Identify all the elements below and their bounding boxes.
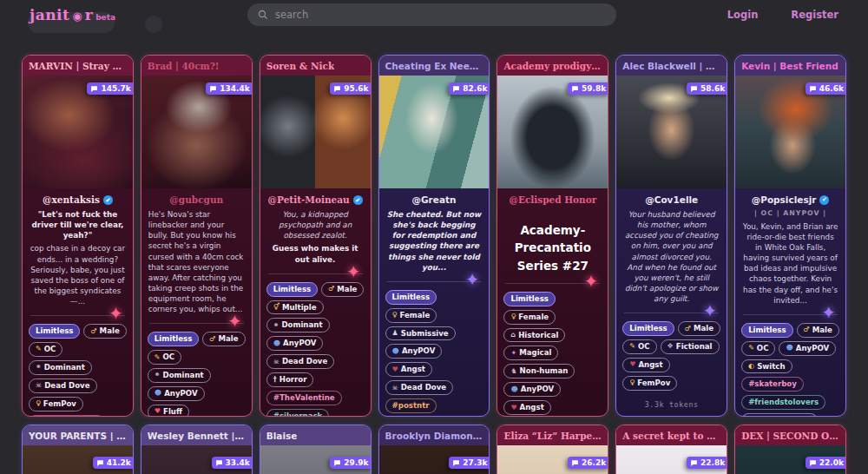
character-card[interactable]: Soren & Nick95.6k@Petit-Moineau✔You, a k… — [260, 55, 372, 417]
tag-pill-limitless[interactable]: Limitless — [741, 323, 792, 338]
character-image[interactable]: 145.7k — [23, 76, 133, 188]
character-image[interactable]: 27.3k — [379, 445, 490, 474]
tag-pill-limitless[interactable]: Limitless — [266, 282, 318, 297]
character-card[interactable]: Blaise29.9k — [260, 425, 372, 474]
character-card[interactable]: Cheating Ex Needs Forgi...82.6k@GreatnSh… — [378, 55, 490, 417]
tag-pill-fempov[interactable]: ♀FemPov — [29, 397, 83, 411]
author-line[interactable]: @Petit-Moineau✔ — [260, 194, 371, 205]
tag-pill-magical[interactable]: ✦Magical — [503, 346, 558, 360]
author-line[interactable]: @Greatn — [379, 194, 490, 205]
tag-pill-horror[interactable]: †Horror — [266, 372, 314, 387]
tag-pill-limitless[interactable]: Limitless — [503, 292, 555, 306]
author-line[interactable]: @Cov1elle — [616, 194, 727, 205]
character-card[interactable]: YOUR PARENTS | DESMO...41.2k — [22, 425, 134, 474]
tag-pill-male[interactable]: ♂Male — [678, 321, 720, 336]
tag-pill-male[interactable]: ♂Male — [797, 323, 839, 338]
tag-pill-limitless[interactable]: Limitless — [385, 290, 437, 305]
tag-pill-fluff[interactable]: ♥Fluff — [148, 405, 189, 417]
tag-pill-male[interactable]: ♂Male — [321, 282, 364, 297]
character-image[interactable]: 29.9k — [260, 445, 371, 474]
character-image[interactable]: 22.8k — [616, 445, 727, 474]
tag-pill-oc[interactable]: ✎OC — [741, 341, 775, 356]
tag-icon: ♥ — [510, 403, 516, 413]
tag-pill-female[interactable]: ♀Female — [503, 310, 556, 325]
tag-pill-angst[interactable]: ♥Angst — [503, 400, 550, 415]
tag-pill-dead-dove[interactable]: ☠Dead Dove — [266, 354, 335, 369]
tag-pill-multiple[interactable]: ⚥Multiple — [266, 300, 324, 315]
tag-pill--skaterboy[interactable]: #skaterboy — [741, 377, 804, 392]
character-image[interactable]: 82.6k — [379, 76, 490, 188]
character-card[interactable]: Academy prodigy doesn...59.8k@Eclisped H… — [496, 55, 608, 417]
register-link[interactable]: Register — [791, 9, 838, 21]
character-card[interactable]: Eliza “Liz” Harper ♡ yo...26.2k — [496, 425, 608, 474]
character-image[interactable]: 59.8k — [497, 76, 608, 188]
character-image[interactable]: 26.2k — [497, 445, 608, 474]
tag-pill-anypov[interactable]: ☻AnyPOV — [148, 386, 205, 401]
tag-pill--thevalentine[interactable]: #TheValentine — [266, 391, 342, 405]
tag-pill--whiteoakfalls[interactable]: #whiteoakfalls — [741, 413, 818, 417]
tag-pill-angst[interactable]: ♥Angst — [622, 358, 669, 372]
tag-pill-historical[interactable]: ⌂Historical — [503, 328, 565, 343]
tag-pill-non-human[interactable]: ♞Non-human — [503, 364, 575, 379]
tag-pill-oc[interactable]: ✎OC — [622, 339, 656, 354]
tag-pill-fictional[interactable]: ❖Fictional — [661, 339, 720, 354]
tag-pill-dominant[interactable]: ⚭Dominant — [148, 368, 211, 383]
author-handle[interactable]: @Popsiclesjr — [752, 194, 817, 205]
tag-pill-anypov[interactable]: ☻AnyPOV — [385, 344, 443, 359]
tag-pill--silverpack[interactable]: #silverpack — [266, 409, 330, 417]
janitor-logo[interactable]: janit◉r beta — [30, 6, 115, 23]
tag-pill--thevalentine[interactable]: #TheValentine — [29, 415, 104, 417]
tag-pill--friendstolovers[interactable]: #friendstolovers — [741, 395, 825, 410]
author-line[interactable]: @xentaksis✔ — [23, 194, 133, 205]
tag-pill-fempov[interactable]: ♀FemPov — [622, 376, 677, 391]
character-image[interactable]: 41.2k — [23, 445, 133, 474]
author-line[interactable]: @gubcgun — [141, 194, 252, 205]
author-handle[interactable]: @gubcgun — [169, 194, 223, 205]
tag-pill-anypov[interactable]: ☻AnyPOV — [266, 336, 324, 351]
character-card[interactable]: Brad | 40cm?!134.4k@gubcgunHe's Nova's s… — [141, 55, 253, 417]
tag-pill-submissive[interactable]: ♟Submissive — [385, 326, 456, 341]
character-image[interactable]: 22.0k — [735, 445, 845, 474]
character-card[interactable]: A secret kept to protect22.8k — [615, 425, 727, 474]
tag-pill-dominant[interactable]: ⚭Dominant — [29, 360, 92, 375]
author-line[interactable]: @Popsiclesjr✔ — [735, 194, 845, 205]
tag-pill-oc[interactable]: ✎OC — [148, 350, 181, 365]
login-link[interactable]: Login — [727, 9, 759, 21]
author-handle[interactable]: @Petit-Moineau — [268, 194, 350, 205]
search-bar[interactable] — [247, 3, 616, 26]
character-image[interactable]: 46.6k — [735, 76, 845, 188]
author-line[interactable]: @Eclisped Honor — [497, 194, 608, 205]
tag-pill-limitless[interactable]: Limitless — [148, 332, 199, 346]
tag-label: Dead Dove — [401, 382, 446, 393]
tag-pill-limitless[interactable]: Limitless — [29, 324, 80, 339]
tag-pill-dominant[interactable]: ⚭Dominant — [266, 318, 330, 332]
tag-pill-oc[interactable]: ✎OC — [29, 342, 62, 357]
author-handle[interactable]: @Cov1elle — [645, 194, 698, 205]
character-card[interactable]: MARVIN | Stray Dogs x ...145.7k@xentaksi… — [22, 55, 134, 417]
tag-pill-female[interactable]: ♀Female — [385, 308, 437, 323]
tag-pill-anypov[interactable]: ☻AnyPOV — [503, 382, 561, 397]
character-card[interactable]: DEX | SECOND OPTION22.0k — [734, 425, 846, 474]
tag-label: Limitless — [273, 284, 311, 295]
character-image[interactable]: 58.6k — [616, 76, 727, 188]
tag-pill-angst[interactable]: ♥Angst — [385, 362, 432, 377]
author-handle[interactable]: @Greatn — [411, 194, 456, 205]
character-image[interactable]: 33.4k — [141, 445, 252, 474]
character-card[interactable]: Wesley Bennett | ALT33.4k — [141, 425, 253, 474]
tag-pill-male[interactable]: ♂Male — [202, 332, 245, 346]
tag-pill-limitless[interactable]: Limitless — [622, 321, 674, 336]
tag-pill-male[interactable]: ♂Male — [83, 324, 126, 339]
tag-pill-dead-dove[interactable]: ☠Dead Dove — [29, 379, 97, 393]
author-handle[interactable]: @Eclisped Honor — [509, 194, 596, 205]
author-handle[interactable]: @xentaksis — [43, 194, 100, 205]
character-card[interactable]: Brooklyn Diamonds: Kat...27.3k — [378, 425, 490, 474]
tag-pill-dead-dove[interactable]: ☠Dead Dove — [385, 380, 454, 395]
character-card[interactable]: Kevin | Best Friend46.6k@Popsiclesjr✔| O… — [734, 55, 846, 417]
tag-pill-switch[interactable]: ◐Switch — [741, 359, 792, 374]
search-input[interactable] — [275, 9, 606, 21]
character-image[interactable]: 134.4k — [141, 76, 252, 188]
character-card[interactable]: Alec Blackwell | your nar...58.6k@Cov1el… — [615, 55, 727, 417]
tag-pill-anypov[interactable]: ☻AnyPOV — [779, 341, 836, 356]
character-image[interactable]: 95.6k — [260, 76, 371, 188]
tag-pill--postntr[interactable]: #postntr — [385, 398, 437, 413]
